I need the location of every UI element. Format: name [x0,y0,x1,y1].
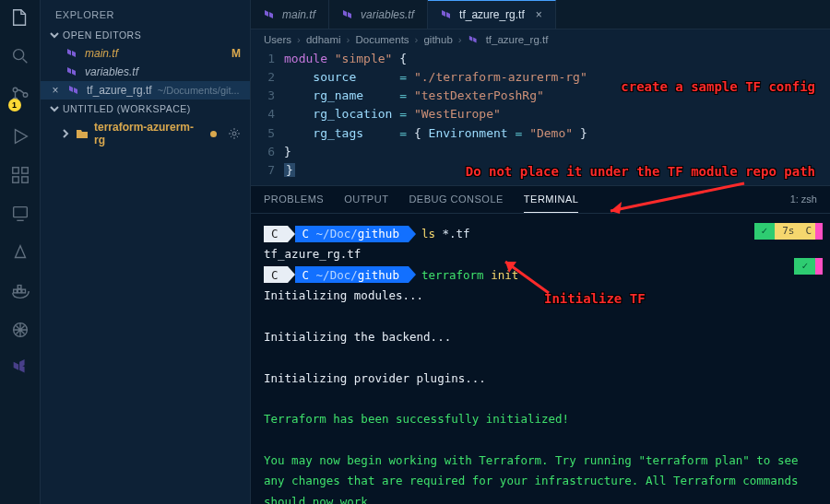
chevron-right-icon: › [347,34,350,45]
tab-variables-tf[interactable]: variables.tf [329,0,428,29]
terminal-prompt: C C ~/Doc/github terraform init [264,266,817,284]
svg-rect-11 [21,289,25,293]
svg-point-3 [23,93,28,98]
gear-icon[interactable] [228,127,241,140]
files-icon[interactable] [10,7,30,28]
tab-label: variables.tf [361,8,414,21]
folder-icon [76,127,89,140]
activity-bar: 1 [0,0,41,504]
terminal-output: Initializing modules... Initializing the… [264,287,817,504]
terraform-file-icon [66,65,79,78]
breadcrumb-item[interactable]: ddhami [306,34,341,45]
file-path: ~/Documents/git... [158,85,241,96]
modified-indicator: M [231,47,241,60]
svg-rect-5 [21,168,27,173]
panel-tab-problems[interactable]: PROBLEMS [264,186,324,212]
svg-point-0 [13,50,23,60]
terminal[interactable]: ✓7sC ✓ C C ~/Doc/github ls *.tf tf_azure… [251,214,830,504]
svg-rect-10 [18,289,21,293]
workspace-label: UNTITLED (WORKSPACE) [63,103,191,114]
remote-icon[interactable] [10,204,30,224]
breadcrumb-item[interactable]: Users [264,34,291,45]
modified-dot-icon [210,131,217,137]
open-editors-header[interactable]: OPEN EDITORS [41,26,250,44]
terminal-prompt: C C ~/Doc/github ls *.tf [264,225,817,242]
chevron-right-icon [61,129,70,138]
svg-rect-8 [13,207,27,217]
search-icon[interactable] [10,46,30,66]
folder-name: terraform-azurerm-rg [94,121,205,147]
sidebar-title: EXPLORER [41,0,250,26]
svg-point-1 [13,88,18,92]
open-editor-item[interactable]: variables.tf [41,63,250,81]
panel: PROBLEMS OUTPUT DEBUG CONSOLE TERMINAL 1… [251,185,830,504]
terraform-file-icon [468,34,480,45]
close-icon[interactable]: × [536,8,542,21]
prompt-status: ✓7sC [754,223,824,240]
annotation-text: Do not place it under the TF module repo… [466,162,815,182]
tab-label: tf_azure_rg.tf [459,8,525,21]
chevron-down-icon [50,104,59,113]
terraform-file-icon [264,8,277,21]
breadcrumb[interactable]: Users› ddhami› Documents› github› tf_azu… [251,29,830,50]
svg-rect-6 [12,177,18,182]
editor-area: main.tf variables.tf tf_azure_rg.tf × Us… [251,0,830,504]
terminal-shell-selector[interactable]: 1: zsh [790,193,817,205]
svg-rect-12 [18,286,21,289]
tab-label: main.tf [282,8,315,21]
chevron-right-icon: › [297,34,301,45]
open-editor-item[interactable]: × tf_azure_rg.tf ~/Documents/git... [41,81,250,100]
extensions-icon[interactable] [10,165,30,185]
open-editor-item[interactable]: main.tf M [41,44,250,63]
terraform-icon[interactable] [10,358,30,379]
breadcrumb-item[interactable]: github [423,34,452,45]
chevron-right-icon: › [415,34,419,45]
kubernetes-icon[interactable] [10,320,30,340]
sidebar: EXPLORER OPEN EDITORS main.tf M variable… [41,0,251,504]
azure-icon[interactable] [10,242,30,263]
file-name: main.tf [85,47,118,60]
svg-rect-7 [21,177,27,182]
tab-tf-azure-rg[interactable]: tf_azure_rg.tf × [428,0,556,29]
editor-tabs: main.tf variables.tf tf_azure_rg.tf × [251,0,830,29]
svg-point-14 [232,132,236,135]
breadcrumb-item[interactable]: tf_azure_rg.tf [486,34,549,45]
terraform-file-icon [441,8,454,21]
svg-rect-4 [12,168,18,173]
file-name: variables.tf [85,65,138,78]
annotation-text: Initialize TF [544,289,646,310]
chevron-right-icon: › [458,34,462,45]
breadcrumb-item[interactable]: Documents [355,34,409,45]
workspace-header[interactable]: UNTITLED (WORKSPACE) [41,100,250,118]
file-name: tf_azure_rg.tf [87,84,152,97]
chevron-down-icon [50,30,59,40]
terraform-file-icon [68,84,81,97]
panel-tabs: PROBLEMS OUTPUT DEBUG CONSOLE TERMINAL 1… [251,186,830,214]
tab-main-tf[interactable]: main.tf [251,0,329,29]
docker-icon[interactable] [10,281,30,301]
close-icon[interactable]: × [50,84,61,97]
workspace-folder[interactable]: terraform-azurerm-rg [41,118,250,149]
terraform-file-icon [66,47,79,60]
debug-icon[interactable] [10,126,30,147]
code-editor[interactable]: 1module "simple" { 2 source = "./terrafo… [251,50,830,185]
open-editors-label: OPEN EDITORS [63,29,141,41]
scm-badge: 1 [8,99,21,111]
panel-tab-debug[interactable]: DEBUG CONSOLE [409,186,503,212]
terminal-output: tf_azure_rg.tf [264,245,817,263]
terraform-file-icon [342,8,355,21]
panel-tab-output[interactable]: OUTPUT [344,186,388,212]
panel-tab-terminal[interactable]: TERMINAL [524,186,579,213]
svg-rect-9 [13,289,17,293]
annotation-text: create a sample TF config [621,77,815,98]
prompt-status: ✓ [794,258,823,275]
